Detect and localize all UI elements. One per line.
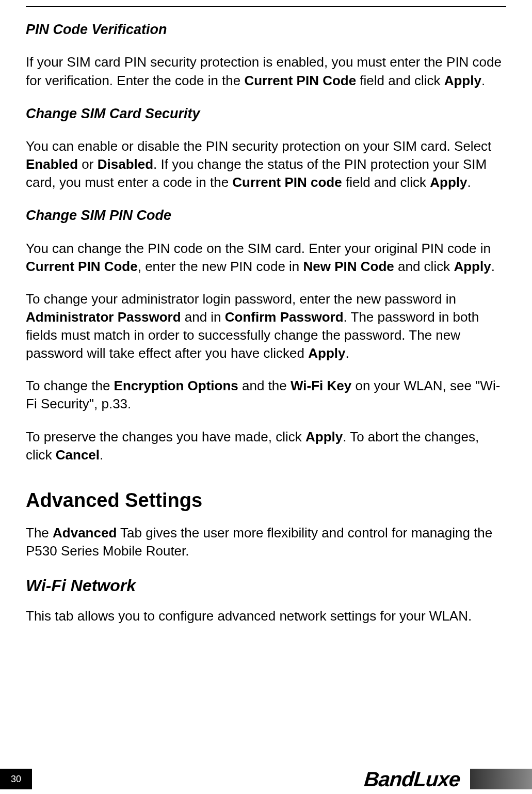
paragraph-change-pin-2: To change your administrator login passw… (26, 290, 506, 362)
bold-apply: Apply (454, 259, 491, 274)
paragraph-change-security: You can enable or disable the PIN securi… (26, 137, 506, 192)
bold-current-pin-code: Current PIN code (232, 174, 342, 190)
bold-enabled: Enabled (26, 156, 78, 172)
bold-current-pin-code: Current PIN Code (26, 259, 138, 274)
bold-current-pin: Current PIN Code (244, 73, 356, 88)
paragraph-change-pin-3: To change the Encryption Options and the… (26, 377, 506, 413)
text: To change the (26, 378, 114, 393)
paragraph-wifi: This tab allows you to configure advance… (26, 607, 506, 625)
footer: 30 BandLuxe (0, 764, 532, 794)
heading-pin-verification: PIN Code Verification (26, 20, 506, 39)
text: or (78, 156, 98, 172)
bold-apply: Apply (308, 345, 345, 361)
bold-encryption-options: Encryption Options (114, 378, 238, 393)
bold-apply: Apply (430, 174, 467, 190)
document-content: PIN Code Verification If your SIM card P… (0, 7, 532, 625)
text: . (345, 345, 349, 361)
text: . (481, 73, 485, 88)
text: and in (181, 309, 225, 325)
paragraph-change-pin-1: You can change the PIN code on the SIM c… (26, 240, 506, 276)
text: and the (238, 378, 291, 393)
bold-wifi-key: Wi-Fi Key (291, 378, 351, 393)
brand-logo: BandLuxe (363, 768, 461, 791)
page-number: 30 (0, 769, 32, 789)
bold-apply: Apply (305, 429, 343, 444)
bold-new-pin-code: New PIN Code (303, 259, 394, 274)
text: You can change the PIN code on the SIM c… (26, 241, 491, 256)
bold-cancel: Cancel (56, 447, 100, 463)
paragraph-change-pin-4: To preserve the changes you have made, c… (26, 428, 506, 464)
bold-apply: Apply (444, 73, 481, 88)
bold-advanced: Advanced (53, 525, 117, 541)
bold-disabled: Disabled (98, 156, 153, 172)
text: field and click (342, 174, 430, 190)
text: . (100, 447, 103, 463)
heading-change-security: Change SIM Card Security (26, 104, 506, 123)
text: . (491, 259, 495, 274)
footer-gradient (470, 769, 532, 789)
text: To preserve the changes you have made, c… (26, 429, 305, 444)
paragraph-advanced: The Advanced Tab gives the user more fle… (26, 524, 506, 560)
text: You can enable or disable the PIN securi… (26, 138, 491, 154)
bold-admin-password: Administrator Password (26, 309, 181, 325)
text: The (26, 525, 53, 541)
text: and click (394, 259, 454, 274)
heading-change-pin: Change SIM PIN Code (26, 206, 506, 225)
heading-wifi-network: Wi-Fi Network (26, 575, 506, 597)
text: field and click (356, 73, 444, 88)
text: . (467, 174, 471, 190)
heading-advanced-settings: Advanced Settings (26, 487, 506, 514)
paragraph-pin-verification: If your SIM card PIN security protection… (26, 53, 506, 89)
bold-confirm-password: Confirm Password (225, 309, 344, 325)
text: To change your administrator login passw… (26, 291, 456, 307)
text: , enter the new PIN code in (138, 259, 303, 274)
